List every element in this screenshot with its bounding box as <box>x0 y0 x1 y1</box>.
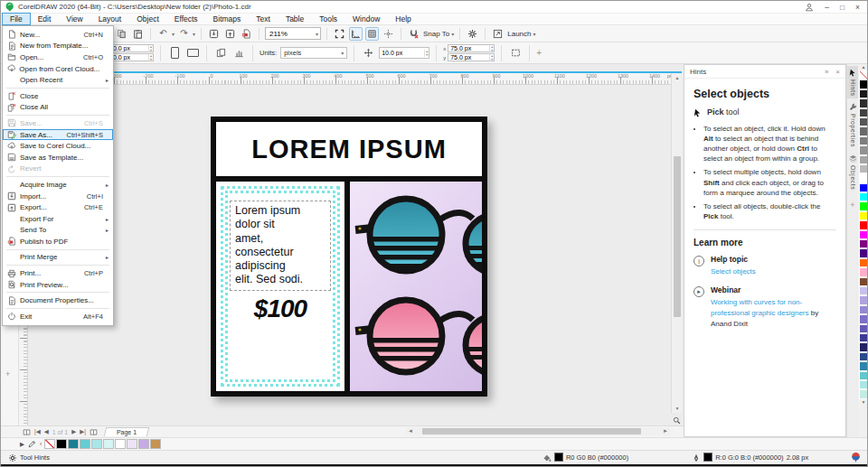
palette-color[interactable] <box>859 211 868 220</box>
palette-color[interactable] <box>859 220 868 229</box>
palette-color[interactable] <box>859 145 868 154</box>
menu-help[interactable]: Help <box>388 14 418 24</box>
launch-dropdown[interactable]: Launch <box>507 30 531 38</box>
publish-pdf-button[interactable] <box>240 27 253 41</box>
show-grid-button[interactable] <box>365 27 379 41</box>
file-menu-item-document-properties[interactable]: Document Properties... <box>3 294 113 306</box>
scroll-down-icon[interactable]: ▼ <box>672 404 683 413</box>
drawing-canvas[interactable]: LOREM IPSUM Lorem ipsumdolor sitamet,con… <box>28 85 670 425</box>
copy-icon[interactable] <box>115 27 128 41</box>
palette-color[interactable] <box>859 183 868 192</box>
navigator-magnifier-button[interactable] <box>671 415 682 425</box>
palette-color[interactable] <box>859 314 868 323</box>
palette-color[interactable] <box>859 305 868 314</box>
palette-color[interactable] <box>859 98 868 107</box>
horizontal-scrollbar[interactable]: ◄ ► <box>406 427 670 435</box>
palette-color[interactable] <box>859 70 868 79</box>
current-page-button[interactable] <box>231 46 246 61</box>
fill-color-swatch[interactable] <box>554 453 563 462</box>
menu-bitmaps[interactable]: Bitmaps <box>206 14 249 24</box>
palette-scroll-left-icon[interactable]: ‹ <box>39 441 42 447</box>
redo-button[interactable]: ↷ <box>177 27 191 41</box>
palette-color[interactable] <box>859 108 868 117</box>
show-guidelines-button[interactable] <box>382 27 395 41</box>
palette-color[interactable] <box>859 164 868 173</box>
palette-color[interactable] <box>859 230 868 239</box>
show-rulers-button[interactable] <box>349 27 363 41</box>
import-button[interactable] <box>207 27 221 41</box>
palette-color[interactable] <box>859 136 868 145</box>
paste-icon[interactable] <box>131 27 145 41</box>
duplicate-x-field[interactable] <box>448 45 483 51</box>
file-menu-item-save[interactable]: Save...Ctrl+S <box>3 117 113 129</box>
nudge-distance-field[interactable] <box>380 50 414 56</box>
scroll-right-icon[interactable]: ► <box>663 427 668 435</box>
docker-tab-properties[interactable]: Properties <box>847 100 859 150</box>
toolbox-plus-button[interactable]: + <box>5 369 10 378</box>
launch-dropdown-icon[interactable]: ▾ <box>533 31 536 37</box>
palette-up-icon[interactable]: ▲ <box>862 64 866 70</box>
restore-button[interactable]: □ <box>840 3 844 12</box>
palette-color[interactable] <box>859 267 868 276</box>
palette-color[interactable] <box>859 248 868 257</box>
launch-icon[interactable] <box>491 27 505 41</box>
size-width-spinner[interactable]: ▴▾ <box>148 45 153 52</box>
menu-view[interactable]: View <box>59 14 90 24</box>
palette-color[interactable] <box>859 286 868 295</box>
file-menu-item-open-from-corel-cloud[interactable]: Open from Corel Cloud... <box>3 63 113 75</box>
redo-dropdown[interactable]: ▾ <box>193 31 195 37</box>
next-page-button[interactable]: ▶ <box>70 428 78 435</box>
outline-color-swatch[interactable] <box>703 453 712 462</box>
file-menu-item-save-to-corel-cloud[interactable]: Save to Corel Cloud... <box>3 140 113 152</box>
scroll-up-icon[interactable]: ▲ <box>672 73 683 82</box>
file-menu-item-open[interactable]: Open...Ctrl+O <box>3 51 113 63</box>
landscape-button[interactable] <box>185 46 200 61</box>
palette-color[interactable] <box>859 389 868 398</box>
document-palette-color[interactable] <box>138 439 149 449</box>
palette-color[interactable] <box>859 380 868 389</box>
document-palette-color[interactable] <box>103 439 114 449</box>
file-menu-item-save-as-template[interactable]: Save as Template... <box>3 152 113 163</box>
help-topic-link[interactable]: Select objects <box>711 266 756 277</box>
vertical-scroll-thumb[interactable] <box>674 156 681 317</box>
document-palette-color[interactable] <box>150 439 161 449</box>
file-menu-item-open-recent[interactable]: Open Recent▸ <box>3 74 113 86</box>
menu-table[interactable]: Table <box>278 14 311 24</box>
document-palette-color[interactable] <box>44 439 55 449</box>
file-menu-item-print[interactable]: Print...Ctrl+P <box>3 267 113 279</box>
file-menu-item-import[interactable]: Import...Ctrl+I <box>3 191 113 202</box>
palette-color[interactable] <box>859 155 868 164</box>
undo-dropdown[interactable]: ▾ <box>172 31 175 37</box>
status-gear-icon[interactable] <box>8 453 17 462</box>
add-page-after-icon[interactable] <box>88 428 99 436</box>
palette-color[interactable] <box>859 361 868 370</box>
menu-file[interactable]: File <box>3 14 30 24</box>
account-icon[interactable] <box>805 2 814 12</box>
file-menu-item-exit[interactable]: ExitAlt+F4 <box>3 311 113 322</box>
palette-color[interactable] <box>859 342 868 351</box>
fill-color-icon[interactable] <box>542 453 552 462</box>
duplicate-y-field[interactable] <box>448 54 483 61</box>
menu-object[interactable]: Object <box>129 14 166 24</box>
fullscreen-button[interactable] <box>333 27 346 41</box>
close-button[interactable]: × <box>855 3 860 12</box>
document-palette-color[interactable] <box>68 439 79 449</box>
outline-pen-icon[interactable] <box>692 453 701 462</box>
palette-expand-icon[interactable]: ▶ <box>19 441 25 448</box>
palette-color[interactable] <box>859 126 868 135</box>
palette-down-icon[interactable]: ▼ <box>862 399 866 406</box>
docker-tab-hints[interactable]: Hints <box>847 66 859 98</box>
size-height-spinner[interactable]: ▴▾ <box>148 54 153 61</box>
add-docker-button[interactable]: + <box>850 201 854 210</box>
document-palette-color[interactable] <box>127 439 137 449</box>
options-gear-icon[interactable] <box>466 27 479 41</box>
undo-button[interactable]: ↶ <box>156 27 170 41</box>
snap-to-dropdown-icon[interactable]: ▾ <box>451 31 454 37</box>
palette-color[interactable] <box>859 277 868 286</box>
file-menu-item-close[interactable]: Close <box>3 90 113 102</box>
export-button[interactable] <box>223 27 237 41</box>
document-palette-color[interactable] <box>80 439 90 449</box>
previous-page-button[interactable]: ◀ <box>42 428 51 435</box>
menu-effects[interactable]: Effects <box>167 14 205 24</box>
file-menu-item-revert[interactable]: Revert <box>3 163 113 175</box>
